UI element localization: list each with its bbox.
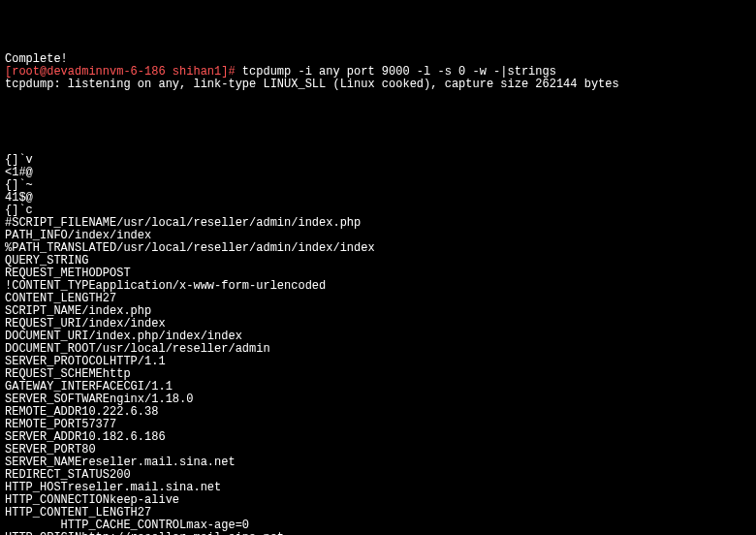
terminal-text: SERVER_NAMEreseller.mail.sina.net <box>5 456 236 469</box>
terminal-line: tcpdump: listening on any, link-type LIN… <box>5 79 751 91</box>
terminal-line: 41$@ <box>5 192 751 205</box>
terminal-text: 41$@ <box>5 191 33 205</box>
terminal-text: <1#@ <box>5 166 33 179</box>
terminal-text: SERVER_PROTOCOLHTTP/1.1 <box>5 355 166 368</box>
terminal-text: SERVER_PORT80 <box>5 443 96 456</box>
terminal-text: {]`v <box>5 153 33 167</box>
terminal-text: Complete! <box>5 52 68 66</box>
terminal-text: SCRIPT_NAME/index.php <box>5 304 151 318</box>
terminal-text: QUERY_STRING <box>5 254 88 268</box>
terminal-text: [root@devadminnvm-6-186 shihan1]# <box>5 65 242 79</box>
terminal-line: <1#@ <box>5 167 751 179</box>
terminal-text: HTTP_ORIGINhttp://reseller.mail.sina.net <box>5 531 284 535</box>
terminal-line: REMOTE_ADDR10.222.6.38 <box>5 406 751 419</box>
terminal-line: %PATH_TRANSLATED/usr/local/reseller/admi… <box>5 242 751 255</box>
terminal-text: #SCRIPT_FILENAME/usr/local/reseller/admi… <box>5 216 361 230</box>
terminal-line <box>5 142 751 154</box>
terminal-text: SERVER_SOFTWAREnginx/1.18.0 <box>5 393 193 406</box>
terminal-text: {]`~ <box>5 178 33 192</box>
terminal-text: DOCUMENT_ROOT/usr/local/reseller/admin <box>5 342 270 356</box>
terminal-text: HTTP_CACHE_CONTROLmax-age=0 <box>5 519 249 532</box>
terminal-text: REQUEST_URI/index/index <box>5 317 166 330</box>
terminal-text: HTTP_HOSTreseller.mail.sina.net <box>5 481 221 494</box>
terminal-text: SERVER_ADDR10.182.6.186 <box>5 430 166 444</box>
terminal-text: HTTP_CONTENT_LENGTH27 <box>5 506 151 519</box>
terminal-line <box>5 129 751 142</box>
terminal-text: CONTENT_LENGTH27 <box>5 292 116 305</box>
terminal-output[interactable]: Complete![root@devadminnvm-6-186 shihan1… <box>5 53 751 535</box>
terminal-text: REQUEST_SCHEMEhttp <box>5 367 131 381</box>
terminal-text: REDIRECT_STATUS200 <box>5 468 131 482</box>
terminal-text: GATEWAY_INTERFACECGI/1.1 <box>5 380 173 393</box>
terminal-text: HTTP_CONNECTIONkeep-alive <box>5 493 179 507</box>
terminal-text: {]`c <box>5 204 33 217</box>
terminal-text: !CONTENT_TYPEapplication/x-www-form-urle… <box>5 279 326 293</box>
terminal-line: {]`~ <box>5 179 751 192</box>
terminal-text: REMOTE_ADDR10.222.6.38 <box>5 405 158 419</box>
terminal-line <box>5 104 751 116</box>
terminal-text: REMOTE_PORT57377 <box>5 418 116 431</box>
terminal-text: tcpdump: listening on any, link-type LIN… <box>5 78 619 91</box>
terminal-text: REQUEST_METHODPOST <box>5 267 131 280</box>
terminal-line <box>5 91 751 104</box>
terminal-line: SERVER_ADDR10.182.6.186 <box>5 431 751 444</box>
terminal-line <box>5 116 751 129</box>
terminal-text: tcpdump -i any port 9000 -l -s 0 -w -|st… <box>242 65 556 79</box>
terminal-text: PATH_INFO/index/index <box>5 229 151 242</box>
terminal-line: !CONTENT_TYPEapplication/x-www-form-urle… <box>5 280 751 293</box>
terminal-text: DOCUMENT_URI/index.php/index/index <box>5 330 242 343</box>
terminal-line: {]`v <box>5 154 751 167</box>
terminal-text: %PATH_TRANSLATED/usr/local/reseller/admi… <box>5 241 375 255</box>
